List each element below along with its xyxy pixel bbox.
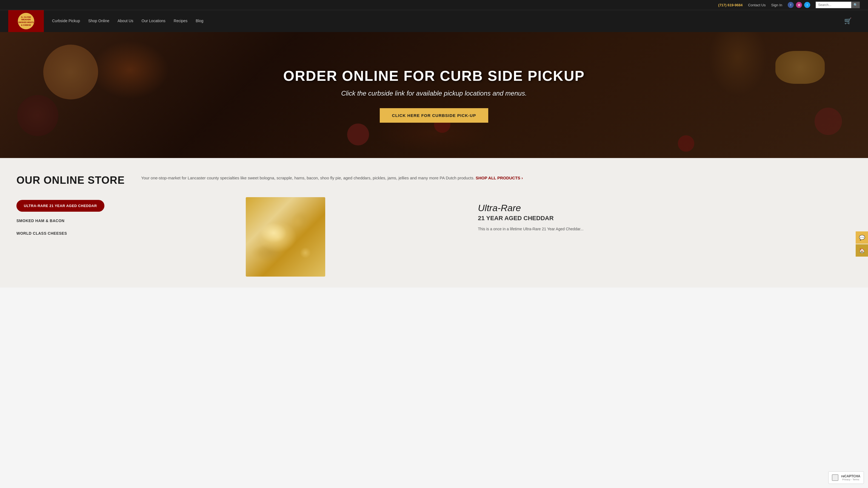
hero-title: ORDER ONLINE FOR CURB SIDE PICKUP <box>283 68 585 84</box>
product-description: This is a once in a lifetime Ultra-Rare … <box>478 226 841 232</box>
nav-shop-online[interactable]: Shop Online <box>88 11 109 32</box>
social-icons: f ✿ t <box>788 2 810 8</box>
sign-in-link[interactable]: Sign In <box>771 3 782 7</box>
product-image-area <box>104 197 467 276</box>
nav-recipes[interactable]: Recipes <box>174 11 188 32</box>
map-icon[interactable]: 🏠 <box>856 244 868 257</box>
nav-our-locations[interactable]: Our Locations <box>142 11 165 32</box>
hero-content: ORDER ONLINE FOR CURB SIDE PICKUP Click … <box>278 62 590 128</box>
logo[interactable]: S. CLYDEWEAVERSMOKED MEATS& CHEESE <box>8 10 44 32</box>
store-description: Your one-stop-market for Lancaster count… <box>141 174 851 182</box>
phone-number[interactable]: (717) 619-9684 <box>718 3 743 7</box>
store-header: OUR ONLINE STORE Your one-stop-market fo… <box>17 174 851 186</box>
nav-blog[interactable]: Blog <box>196 11 203 32</box>
hero-subtitle: Click the curbside link for available pi… <box>283 90 585 97</box>
search-button[interactable]: 🔍 <box>851 2 860 8</box>
top-bar: (717) 619-9684 Contact Us Sign In f ✿ t … <box>0 0 868 10</box>
side-floating-icons: 💬 🏠 <box>856 231 868 257</box>
product-image <box>246 197 325 276</box>
logo-badge: S. CLYDEWEAVERSMOKED MEATS& CHEESE <box>18 13 34 29</box>
store-title: OUR ONLINE STORE <box>17 174 125 186</box>
search-bar: 🔍 <box>816 2 860 8</box>
product-name: Ultra-Rare <box>478 203 841 213</box>
twitter-icon[interactable]: t <box>804 2 810 8</box>
store-section: OUR ONLINE STORE Your one-stop-market fo… <box>0 158 868 288</box>
contact-us-link[interactable]: Contact Us <box>748 3 766 7</box>
facebook-icon[interactable]: f <box>788 2 794 8</box>
curbside-cta-button[interactable]: CLICK HERE FOR CURBSIDE PICK-UP <box>380 108 489 123</box>
shop-all-products-link[interactable]: SHOP ALL PRODUCTS › <box>476 175 523 180</box>
nav-curbside-pickup[interactable]: Curbside Pickup <box>52 11 80 32</box>
product-subtitle: 21 YEAR AGED CHEDDAR <box>478 215 841 222</box>
header: S. CLYDEWEAVERSMOKED MEATS& CHEESE Curbs… <box>0 10 868 32</box>
product-nav-ham[interactable]: SMOKED HAM & BACON <box>17 217 104 224</box>
main-nav: Curbside Pickup Shop Online About Us Our… <box>44 11 860 32</box>
search-input[interactable] <box>816 2 851 8</box>
product-info: Ultra-Rare 21 YEAR AGED CHEDDAR This is … <box>467 197 851 276</box>
store-content: ULTRA-RARE 21 YEAR AGED CHEDDAR SMOKED H… <box>17 197 851 276</box>
chat-icon[interactable]: 💬 <box>856 231 868 244</box>
product-nav-cheeses[interactable]: WORLD CLASS CHEESES <box>17 230 104 237</box>
hero-section: ORDER ONLINE FOR CURB SIDE PICKUP Click … <box>0 32 868 158</box>
cart-icon[interactable]: 🛒 <box>844 18 851 25</box>
nav-about-us[interactable]: About Us <box>118 11 133 32</box>
product-nav: ULTRA-RARE 21 YEAR AGED CHEDDAR SMOKED H… <box>17 197 104 276</box>
instagram-icon[interactable]: ✿ <box>796 2 802 8</box>
product-nav-cheddar[interactable]: ULTRA-RARE 21 YEAR AGED CHEDDAR <box>17 200 104 212</box>
